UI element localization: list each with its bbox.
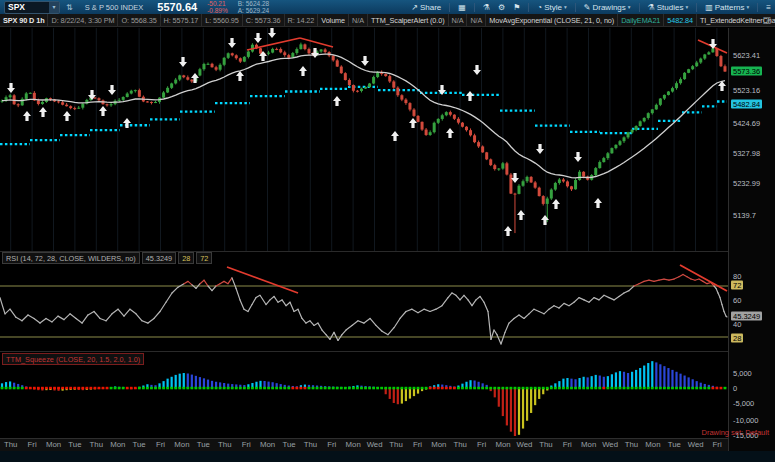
squeeze-chart-canvas[interactable] — [0, 353, 728, 437]
buy-signal-arrow-icon — [446, 128, 454, 138]
time-axis-label: Mon — [257, 439, 278, 451]
patterns-icon: ▥ — [705, 3, 713, 12]
buy-signal-arrow-icon — [23, 111, 31, 121]
status-cell: DailyEMA21 — [618, 14, 664, 26]
squeeze-axis-label: -10,000 — [733, 416, 758, 425]
rsi-header-cell[interactable]: RSI (14, 72, 28, CLOSE, WILDERS, no) — [2, 252, 140, 264]
time-axis-label: Fri — [150, 439, 171, 451]
ask-value: A: 5629.24 — [238, 7, 269, 14]
status-cell: N/A — [449, 14, 468, 26]
sell-signal-arrow-icon — [179, 57, 187, 67]
flag-icon[interactable]: ⚑ — [513, 3, 520, 12]
patterns-button[interactable]: ▥Patterns▾ — [705, 3, 749, 12]
rsi-axis-label: 60 — [733, 296, 741, 305]
sell-signal-arrow-icon — [268, 28, 276, 38]
rsi-axis-label: 40 — [733, 320, 741, 329]
time-axis-label: Wed — [514, 439, 535, 451]
ttm-squeeze-study-header[interactable]: TTM_Squeeze (CLOSE, 20, 1.5, 2.0, 1.0) — [2, 353, 144, 365]
price-axis-label: 5232.99 — [733, 179, 760, 188]
time-axis-label: Fri — [557, 439, 578, 451]
rsi-chart-canvas[interactable] — [0, 252, 728, 351]
status-cell: C: 5573.36 — [243, 14, 285, 26]
price-axis-label: 5424.69 — [733, 119, 760, 128]
price-axis-label: 5523.16 — [733, 86, 760, 95]
status-cell: L: 5560.95 — [202, 14, 243, 26]
status-cell: MovAvgExponential (CLOSE, 21, 0, no) — [486, 14, 618, 26]
time-axis-label: Mon — [343, 439, 364, 451]
price-axis-label: 5482.84 — [731, 100, 762, 109]
style-button[interactable]: ◔Style▾ — [537, 3, 566, 12]
symbol-input[interactable]: SPX ▾ — [4, 1, 60, 14]
menu-icon[interactable]: ≡ — [766, 3, 771, 12]
time-axis-label: Thu — [214, 439, 235, 451]
status-cell: H: 5575.17 — [161, 14, 203, 26]
rsi-header-cell[interactable]: 72 — [196, 252, 212, 264]
buy-signal-arrow-icon — [236, 71, 244, 81]
time-axis-label: Thu — [86, 439, 107, 451]
symbol-description: S & P 500 INDEX — [85, 3, 144, 12]
status-cell: N/A — [467, 14, 486, 26]
status-cell: Volume — [318, 14, 349, 26]
symbol-value[interactable]: SPX — [5, 2, 49, 12]
symbol-dropdown-caret-icon[interactable]: ▾ — [49, 2, 59, 13]
buy-signal-arrow-icon — [63, 111, 71, 121]
buy-signal-arrow-icon — [333, 96, 341, 106]
status-cell: SPX 90 D 1h — [0, 14, 48, 26]
flask-icon[interactable]: ⚗ — [483, 3, 490, 12]
buy-signal-arrow-icon — [594, 198, 602, 208]
rsi-study-header[interactable]: RSI (14, 72, 28, CLOSE, WILDERS, no)45.3… — [2, 252, 212, 264]
sell-signal-arrow-icon — [574, 152, 582, 162]
share-button[interactable]: ↗Share — [411, 3, 441, 12]
sell-signal-arrow-icon — [228, 38, 236, 48]
time-axis-label: Thu — [621, 439, 642, 451]
time-axis-label: Mon — [428, 439, 449, 451]
change-percent: -0.89% — [207, 7, 228, 14]
status-cell: N/A — [349, 14, 368, 26]
time-axis-label: Thu — [385, 439, 406, 451]
buy-signal-arrow-icon — [504, 226, 512, 236]
status-cell: D: 8/22/24, 3:30 PM — [48, 14, 118, 26]
time-axis-label: Fri — [407, 439, 428, 451]
buy-signal-arrow-icon — [541, 215, 549, 225]
price-chart-canvas[interactable] — [0, 28, 728, 251]
status-cell: 5482.84 — [664, 14, 697, 26]
calendar-icon[interactable]: ▦ — [458, 3, 466, 12]
gear-icon[interactable]: ⚙ — [498, 3, 505, 12]
sell-signal-arrow-icon — [254, 33, 262, 43]
symbol-link-icon[interactable]: ⇅ — [66, 3, 73, 12]
sell-signal-arrow-icon — [311, 48, 319, 58]
drawings-button[interactable]: ✎Drawings▾ — [584, 3, 631, 12]
sell-signal-arrow-icon — [108, 85, 116, 95]
chart-status-row: SPX 90 D 1hD: 8/22/24, 3:30 PMO: 5568.35… — [0, 14, 775, 27]
change-value: -50.21 — [207, 0, 228, 7]
pencil-icon: ✎ — [584, 3, 591, 12]
time-axis-label: Mon — [107, 439, 128, 451]
ttm-squeeze-label[interactable]: TTM_Squeeze (CLOSE, 20, 1.5, 2.0, 1.0) — [2, 353, 144, 365]
time-axis-label: Fri — [471, 439, 492, 451]
time-axis-label: Tue — [64, 439, 85, 451]
buy-signal-arrow-icon — [409, 118, 417, 128]
time-axis-label: Mon — [43, 439, 64, 451]
price-axis-label: 5327.98 — [733, 149, 760, 158]
time-axis-label: Mon — [642, 439, 663, 451]
price-axis-label: 5623.41 — [733, 51, 760, 60]
studies-button[interactable]: ⚗Studies▾ — [648, 3, 689, 12]
share-icon: ↗ — [411, 3, 418, 12]
rsi-header-cell[interactable]: 28 — [178, 252, 194, 264]
status-cell: R: 14.22 — [285, 14, 319, 26]
rsi-axis-label: 72 — [731, 281, 743, 290]
price-axis-label: 5139.7 — [733, 211, 756, 220]
time-axis-label: Tue — [278, 439, 299, 451]
bid-value: B: 5624.28 — [238, 0, 269, 7]
time-axis-label: Tue — [664, 439, 685, 451]
sell-signal-arrow-icon — [361, 56, 369, 66]
rsi-header-cell[interactable]: 45.3249 — [142, 252, 176, 264]
pane-divider[interactable] — [0, 351, 775, 352]
squeeze-axis-label: 0 — [733, 384, 737, 393]
status-cell: TTM_ScalperAlert (0.0) — [368, 14, 449, 26]
last-price: 5570.64 — [157, 1, 197, 13]
buy-signal-arrow-icon — [99, 106, 107, 116]
status-cell: O: 5568.35 — [118, 14, 160, 26]
maximize-icon[interactable]: ◲ — [762, 15, 771, 25]
price-axis[interactable]: 5623.415573.365523.165482.845424.695327.… — [728, 28, 775, 451]
